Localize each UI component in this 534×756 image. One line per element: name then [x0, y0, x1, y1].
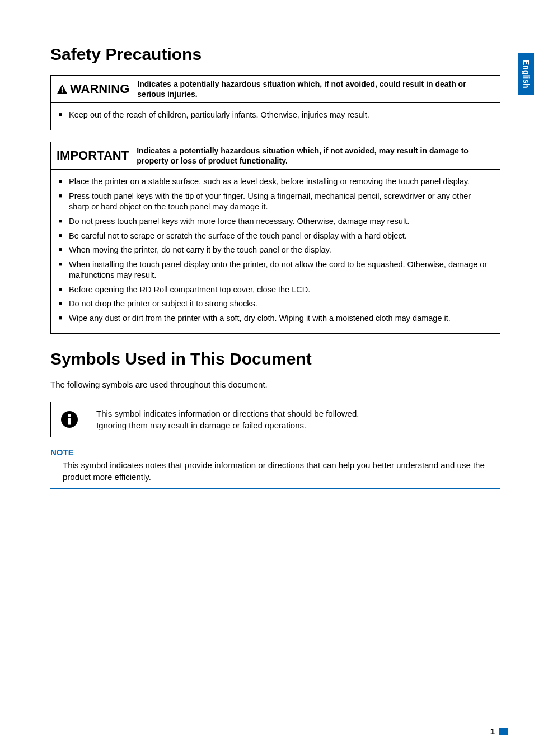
note-top-line: [79, 452, 500, 452]
heading-symbols: Symbols Used in This Document: [50, 349, 500, 368]
important-box: IMPORTANT Indicates a potentially hazard…: [50, 142, 500, 334]
warning-box: WARNING Indicates a potentially hazardou…: [50, 75, 500, 130]
important-item: Do not drop the printer or subject it to…: [59, 298, 492, 310]
important-description: Indicates a potentially hazardous situat…: [137, 146, 494, 166]
important-item: Place the printer on a stable surface, s…: [59, 176, 492, 188]
language-tab: English: [518, 53, 534, 95]
warning-body: Keep out of the reach of children, parti…: [51, 103, 500, 130]
warning-header: WARNING Indicates a potentially hazardou…: [51, 76, 500, 103]
important-header: IMPORTANT Indicates a potentially hazard…: [51, 142, 500, 170]
note-section: NOTE This symbol indicates notes that pr…: [50, 447, 500, 489]
note-header-row: NOTE: [50, 447, 500, 457]
warning-icon: [57, 84, 68, 94]
important-item: Wipe any dust or dirt from the printer w…: [59, 313, 492, 324]
important-body: Place the printer on a stable surface, s…: [51, 170, 500, 333]
note-label: NOTE: [50, 447, 79, 457]
symbols-intro: The following symbols are used throughou…: [50, 380, 500, 389]
important-item: Before opening the RD Roll compartment t…: [59, 284, 492, 296]
important-item: When moving the printer, do not carry it…: [59, 245, 492, 256]
info-icon-cell: [51, 402, 88, 437]
note-bottom-line: [50, 488, 500, 489]
svg-rect-0: [62, 87, 63, 91]
info-icon: [60, 410, 78, 428]
svg-point-3: [68, 414, 71, 417]
note-body: This symbol indicates notes that provide…: [50, 457, 500, 488]
info-line-1: This symbol indicates information or dir…: [96, 408, 492, 419]
heading-safety-precautions: Safety Precautions: [50, 45, 500, 64]
important-item: Press touch panel keys with the tip of y…: [59, 191, 492, 213]
warning-description: Indicates a potentially hazardous situat…: [137, 79, 494, 99]
important-item: When installing the touch panel display …: [59, 259, 492, 281]
warning-item: Keep out of the reach of children, parti…: [59, 110, 492, 121]
important-title: IMPORTANT: [57, 148, 129, 163]
page-number: 1: [490, 726, 495, 736]
page-footer: 1: [490, 726, 508, 736]
svg-rect-4: [68, 418, 71, 424]
info-line-2: Ignoring them may result in damage or fa…: [96, 419, 492, 431]
important-item: Do not press touch panel keys with more …: [59, 216, 492, 227]
svg-point-1: [62, 91, 63, 93]
info-symbol-text: This symbol indicates information or dir…: [88, 402, 500, 437]
important-item: Be careful not to scrape or scratch the …: [59, 231, 492, 242]
info-symbol-box: This symbol indicates information or dir…: [50, 402, 500, 437]
footer-bar: [499, 728, 508, 735]
warning-title: WARNING: [70, 82, 129, 96]
